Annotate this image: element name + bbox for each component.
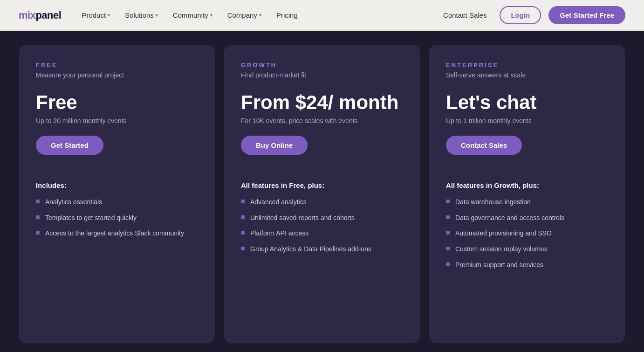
- bullet-icon: [241, 247, 245, 250]
- bullet-icon: [446, 215, 450, 219]
- nav-link-pricing[interactable]: Pricing: [271, 7, 303, 23]
- card-subtitle: Find product-market fit: [241, 71, 403, 79]
- list-item: Premium support and services: [446, 261, 608, 270]
- card-tier: FREE: [36, 62, 198, 69]
- bullet-icon: [241, 200, 245, 203]
- bullet-icon: [241, 215, 245, 219]
- list-item: Unlimited saved reports and cohorts: [241, 214, 403, 223]
- bullet-icon: [446, 231, 450, 235]
- nav-links: Product▾Solutions▾Community▾Company▾Pric…: [76, 7, 303, 23]
- card-price-note: Up to 20 million monthly events: [36, 117, 198, 124]
- chevron-down-icon: ▾: [156, 13, 158, 18]
- nav-link-company[interactable]: Company▾: [222, 7, 267, 23]
- feature-text: Group Analytics & Data Pipelines add-ons: [250, 245, 371, 254]
- nav-link-community[interactable]: Community▾: [167, 7, 218, 23]
- login-button[interactable]: Login: [500, 6, 541, 24]
- card-divider: [36, 168, 198, 168]
- list-item: Data warehouse ingestion: [446, 198, 608, 207]
- feature-text: Premium support and services: [455, 261, 543, 270]
- card-price: Free: [36, 92, 198, 113]
- feature-text: Custom session replay volumes: [455, 245, 548, 254]
- bullet-icon: [241, 231, 245, 235]
- card-tier: ENTERPRISE: [446, 62, 608, 69]
- pricing-card-growth: GROWTH Find product-market fit From $24/…: [224, 45, 420, 343]
- contact-sales-link[interactable]: Contact Sales: [438, 7, 492, 23]
- list-item: Templates to get started quickly: [36, 214, 198, 223]
- card-subtitle: Measure your personal project: [36, 71, 198, 79]
- bullet-icon: [36, 215, 40, 219]
- logo: mixpanel: [19, 9, 61, 21]
- nav-link-solutions[interactable]: Solutions▾: [119, 7, 164, 23]
- pricing-card-enterprise: ENTERPRISE Self-serve answers at scale L…: [429, 45, 625, 343]
- feature-text: Unlimited saved reports and cohorts: [250, 214, 355, 223]
- nav-link-product[interactable]: Product▾: [76, 7, 116, 23]
- navbar: mixpanel Product▾Solutions▾Community▾Com…: [0, 0, 644, 31]
- list-item: Platform API access: [241, 229, 403, 238]
- card-cta-button[interactable]: Contact Sales: [446, 136, 522, 155]
- list-item: Automated provisioning and SSO: [446, 229, 608, 238]
- card-divider: [241, 168, 403, 168]
- list-item: Analytics essentials: [36, 198, 198, 207]
- card-divider: [446, 168, 608, 168]
- feature-text: Automated provisioning and SSO: [455, 229, 552, 238]
- feature-text: Templates to get started quickly: [45, 214, 137, 223]
- card-price: Let's chat: [446, 92, 608, 113]
- card-cta-button[interactable]: Buy Online: [241, 136, 308, 155]
- card-features-header: All features in Free, plus:: [241, 181, 403, 189]
- bullet-icon: [36, 200, 40, 203]
- feature-text: Analytics essentials: [45, 198, 102, 207]
- card-cta-button[interactable]: Get Started: [36, 136, 103, 155]
- nav-right: Contact Sales Login Get Started Free: [438, 6, 625, 24]
- pricing-section: FREE Measure your personal project Free …: [0, 31, 644, 352]
- list-item: Group Analytics & Data Pipelines add-ons: [241, 245, 403, 254]
- card-price: From $24/ month: [241, 92, 403, 113]
- card-features-header: Includes:: [36, 181, 198, 189]
- get-started-button[interactable]: Get Started Free: [548, 6, 625, 24]
- pricing-card-free: FREE Measure your personal project Free …: [19, 45, 215, 343]
- list-item: Custom session replay volumes: [446, 245, 608, 254]
- chevron-down-icon: ▾: [210, 13, 212, 18]
- feature-text: Advanced analytics: [250, 198, 307, 207]
- list-item: Advanced analytics: [241, 198, 403, 207]
- list-item: Data governance and access controls: [446, 214, 608, 223]
- card-tier: GROWTH: [241, 62, 403, 69]
- feature-list: Data warehouse ingestion Data governance…: [446, 198, 608, 269]
- chevron-down-icon: ▾: [108, 13, 110, 18]
- feature-list: Advanced analytics Unlimited saved repor…: [241, 198, 403, 254]
- card-features-header: All features in Growth, plus:: [446, 181, 608, 189]
- feature-text: Platform API access: [250, 229, 308, 238]
- feature-text: Access to the largest analytics Slack co…: [45, 229, 184, 238]
- bullet-icon: [446, 200, 450, 203]
- card-price-note: Up to 1 trillion monthly events: [446, 117, 608, 124]
- feature-text: Data governance and access controls: [455, 214, 564, 223]
- nav-left: mixpanel Product▾Solutions▾Community▾Com…: [19, 7, 303, 23]
- bullet-icon: [446, 247, 450, 250]
- chevron-down-icon: ▾: [259, 13, 261, 18]
- feature-text: Data warehouse ingestion: [455, 198, 531, 207]
- card-subtitle: Self-serve answers at scale: [446, 71, 608, 79]
- bullet-icon: [36, 231, 40, 235]
- bullet-icon: [446, 262, 450, 266]
- card-price-note: For 10K events, price scales with events: [241, 117, 403, 124]
- list-item: Access to the largest analytics Slack co…: [36, 229, 198, 238]
- feature-list: Analytics essentials Templates to get st…: [36, 198, 198, 238]
